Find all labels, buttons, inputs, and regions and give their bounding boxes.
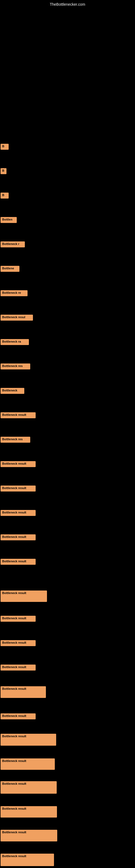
bottleneck-result-label: Bottleneck result (1, 854, 54, 866)
bottleneck-result-label: B (1, 144, 9, 150)
bottleneck-result-label: Bottleneck r (1, 241, 25, 247)
bottleneck-result-label: Bottleneck result (1, 686, 46, 698)
bottleneck-result-label: Bottleneck resul (1, 315, 33, 321)
bottleneck-result-label: Bottleneck result (1, 412, 36, 418)
bottleneck-result-label: Bottleneck re (1, 290, 28, 296)
bottleneck-result-label: Bottleneck result (1, 781, 57, 794)
bottleneck-result-label: Bottleneck result (1, 486, 36, 492)
bottleneck-result-label: Bottleneck result (1, 758, 55, 770)
bottleneck-result-label: Bottleneck ra (1, 339, 29, 345)
bottleneck-result-label: Bottleneck (1, 388, 24, 394)
bottleneck-result-label: Bottleneck result (1, 461, 36, 467)
site-title: TheBottlenecker.com (50, 2, 85, 6)
bottleneck-result-label: Bottlen (1, 217, 17, 223)
bottleneck-result-label: Bottleneck result (1, 640, 36, 646)
bottleneck-result-label: Bottleneck result (1, 534, 36, 540)
bottleneck-result-label: Bottleneck result (1, 616, 36, 622)
bottleneck-result-label: Bottleneck result (1, 590, 47, 602)
bottleneck-result-label: Bottleneck result (1, 734, 56, 746)
bottleneck-result-label: Bottleneck result (1, 664, 36, 671)
bottleneck-result-label: Bottleneck result (1, 510, 36, 516)
bottleneck-result-label: Bottleneck result (1, 559, 36, 565)
bottleneck-result-label: Bottlene (1, 266, 19, 272)
bottleneck-result-label: Bottleneck res (1, 437, 30, 443)
bottleneck-result-label: Bottleneck result (1, 806, 57, 817)
bottleneck-result-label: B (1, 193, 9, 198)
bottleneck-result-label: Bottleneck result (1, 713, 36, 719)
bottleneck-result-label: Bottleneck result (1, 830, 57, 841)
bottleneck-result-label: B (1, 168, 6, 174)
bottleneck-result-label: Bottleneck res (1, 364, 30, 369)
